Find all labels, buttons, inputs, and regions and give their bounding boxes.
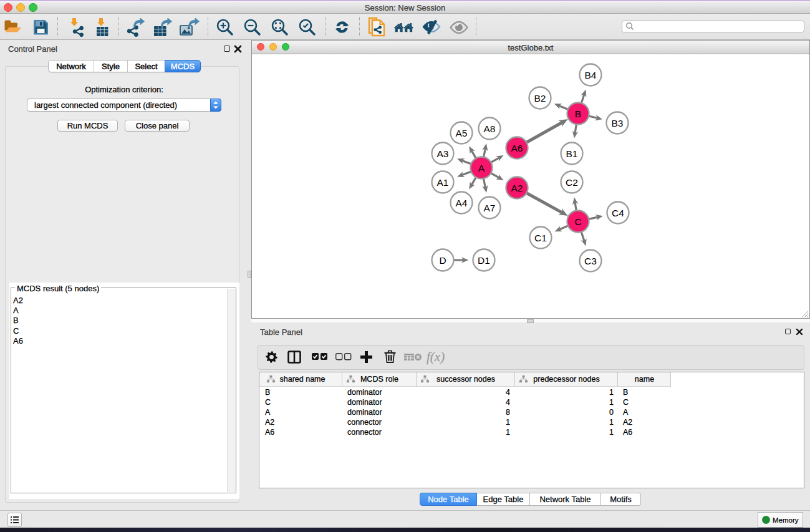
svg-text:B3: B3 [612, 118, 624, 128]
svg-text:A7: A7 [484, 203, 496, 213]
svg-text:D1: D1 [478, 255, 490, 266]
svg-text:A6: A6 [511, 143, 523, 153]
svg-text:A1: A1 [437, 177, 449, 188]
svg-text:B2: B2 [534, 93, 546, 104]
svg-text:C3: C3 [584, 256, 597, 266]
svg-text:D: D [439, 255, 446, 266]
svg-text:A5: A5 [456, 128, 468, 138]
svg-text:C: C [574, 216, 581, 227]
svg-text:A4: A4 [456, 198, 468, 208]
svg-text:A2: A2 [511, 183, 523, 193]
svg-text:B1: B1 [566, 148, 578, 159]
svg-text:C1: C1 [534, 233, 547, 243]
svg-text:A: A [478, 163, 485, 173]
svg-text:B: B [575, 109, 581, 119]
svg-text:C4: C4 [612, 208, 624, 218]
svg-text:C2: C2 [566, 177, 578, 188]
svg-text:A8: A8 [484, 123, 496, 134]
svg-text:B4: B4 [585, 70, 597, 80]
svg-text:A3: A3 [437, 148, 449, 159]
